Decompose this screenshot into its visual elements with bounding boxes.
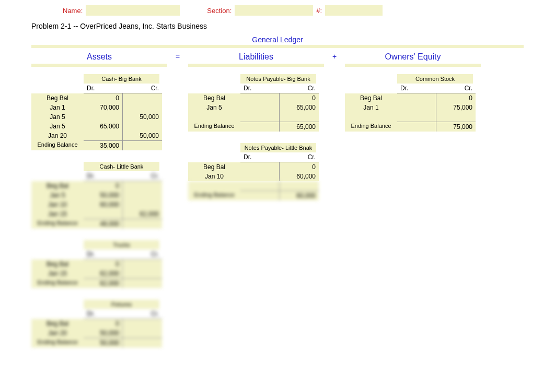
num-input[interactable] — [325, 5, 383, 16]
col-assets: Assets — [31, 52, 167, 62]
row-cr — [436, 112, 476, 122]
row-label: Jan 5 — [31, 122, 84, 131]
end-cr — [123, 219, 162, 229]
row-label: Jan 20 — [31, 328, 84, 338]
end-dr — [240, 191, 280, 200]
t-account-fixtures: Fixtures Dr.Cr. Beg Bal0 Jan 2050,000 En… — [31, 300, 178, 348]
t-account-cash-little-bank: Cash- Little Bank Dr.Cr. Beg Bal0 Jan 55… — [31, 162, 178, 229]
row-label: Jan 5 — [188, 103, 240, 112]
row-dr: 70,000 — [84, 103, 123, 112]
row-dr: 0 — [84, 93, 123, 103]
row-label: Beg Bal — [345, 93, 397, 103]
row-dr: 0 — [84, 259, 123, 269]
row-dr — [240, 181, 280, 191]
row-cr — [280, 181, 319, 191]
row-dr — [240, 103, 280, 112]
cr-header: Cr. — [280, 84, 319, 93]
row-label — [188, 112, 240, 122]
row-dr: 60,000 — [84, 200, 123, 209]
end-label: Ending Balance — [31, 140, 84, 150]
dr-header: Dr. — [84, 84, 123, 93]
name-input[interactable] — [86, 5, 180, 16]
row-cr: 50,000 — [123, 131, 162, 140]
row-label: Jan 10 — [31, 200, 84, 209]
end-label: Ending Balance — [188, 122, 240, 132]
end-dr: 50,000 — [84, 338, 123, 348]
row-dr: 65,000 — [84, 122, 123, 131]
col-owners-equity: Owners' Equity — [345, 52, 481, 62]
dr-header: Dr. — [240, 152, 280, 162]
row-cr — [123, 259, 162, 269]
row-dr — [397, 103, 436, 112]
row-dr: 62,000 — [84, 269, 123, 278]
name-label: Name: — [63, 7, 83, 15]
row-cr — [123, 328, 162, 338]
row-cr — [123, 269, 162, 278]
dr-header: Dr. — [84, 171, 123, 181]
row-dr: 50,000 — [84, 191, 123, 200]
end-label: Ending Balance — [31, 278, 84, 288]
row-label: Beg Bal — [31, 181, 84, 191]
end-label: Ending Balance — [188, 191, 240, 200]
problem-title: Problem 2-1 -- OverPriced Jeans, Inc. St… — [31, 22, 524, 30]
row-label: Jan 5 — [31, 112, 84, 122]
account-title: Fixtures — [84, 300, 159, 309]
row-label: Jan 5 — [31, 191, 84, 200]
row-label: Jan 10 — [188, 172, 240, 181]
t-account-common-stock: Common Stock Dr.Cr. Beg Bal0 Jan 175,000… — [345, 74, 491, 132]
row-cr — [123, 103, 162, 112]
header-inputs: Name: Section: #: — [63, 5, 524, 16]
row-dr — [240, 162, 280, 172]
end-cr — [123, 140, 162, 150]
row-label: Jan 20 — [31, 131, 84, 140]
row-dr — [397, 93, 436, 103]
t-account-cash-big-bank: Cash- Big Bank Dr.Cr. Beg Bal0 Jan 170,0… — [31, 74, 178, 150]
account-title: Cash- Big Bank — [84, 74, 159, 84]
row-label: Beg Bal — [188, 93, 240, 103]
end-cr: 60,000 — [280, 191, 319, 200]
end-cr — [123, 278, 162, 288]
t-account-np-little-bank: Notes Payable- Little Bnak Dr.Cr. Beg Ba… — [188, 143, 334, 200]
row-cr: 0 — [280, 93, 319, 103]
section-input[interactable] — [235, 5, 313, 16]
row-dr — [84, 112, 123, 122]
end-label: Ending Balance — [31, 338, 84, 348]
ledger-title: General Ledger — [31, 35, 524, 44]
col-headers: Assets = Liabilities + Owners' Equity — [31, 52, 524, 62]
dr-header: Dr. — [397, 84, 436, 93]
cr-header: Cr. — [280, 152, 319, 162]
row-cr — [123, 122, 162, 131]
ledger-body: Cash- Big Bank Dr.Cr. Beg Bal0 Jan 170,0… — [31, 74, 524, 348]
row-label: Beg Bal — [31, 93, 84, 103]
row-dr — [84, 209, 123, 219]
account-title: Cash- Little Bank — [84, 162, 159, 171]
account-title: Trucks — [84, 240, 159, 250]
end-dr: 48,000 — [84, 219, 123, 229]
end-label: Ending Balance — [345, 122, 397, 132]
equals-sign: = — [167, 52, 188, 62]
end-cr — [123, 338, 162, 348]
end-dr: 35,000 — [84, 140, 123, 150]
row-label — [345, 112, 397, 122]
row-cr — [123, 319, 162, 328]
end-label: Ending Balance — [31, 219, 84, 229]
row-cr: 50,000 — [123, 112, 162, 122]
account-title: Common Stock — [397, 74, 473, 84]
cr-header: Cr. — [123, 250, 162, 259]
cr-header: Cr. — [123, 171, 162, 181]
row-label: Beg Bal — [31, 319, 84, 328]
account-title: Notes Payable- Little Bnak — [240, 143, 316, 152]
row-cr — [123, 181, 162, 191]
end-cr: 65,000 — [280, 122, 319, 132]
row-cr: 0 — [436, 93, 476, 103]
t-account-trucks: Trucks Dr.Cr. Beg Bal0 Jan 1562,000 Endi… — [31, 240, 178, 288]
row-cr: 62,000 — [123, 209, 162, 219]
row-cr — [280, 112, 319, 122]
row-cr — [123, 191, 162, 200]
row-cr: 0 — [280, 162, 319, 172]
row-label: Beg Bal — [31, 259, 84, 269]
row-dr: 50,000 — [84, 328, 123, 338]
dr-header: Dr. — [240, 84, 280, 93]
row-label: Beg Bal — [188, 162, 240, 172]
end-dr: 62,000 — [84, 278, 123, 288]
